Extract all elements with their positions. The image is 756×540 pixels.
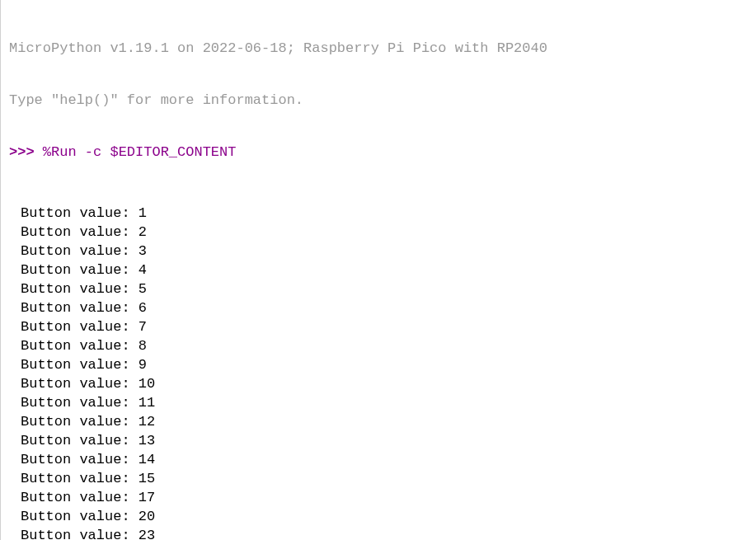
prompt-symbol: >>> — [9, 144, 43, 160]
output-line: Button value: 23 — [21, 526, 748, 540]
output-line: Button value: 15 — [21, 469, 748, 488]
output-line: Button value: 11 — [21, 393, 748, 412]
help-hint-line: Type "help()" for more information. — [9, 92, 748, 109]
micropython-version-line: MicroPython v1.19.1 on 2022-06-18; Raspb… — [9, 40, 748, 57]
output-line: Button value: 6 — [21, 298, 748, 317]
run-command: %Run -c $EDITOR_CONTENT — [43, 144, 237, 160]
program-output: Button value: 1Button value: 2Button val… — [21, 204, 748, 540]
output-line: Button value: 7 — [21, 317, 748, 336]
output-line: Button value: 13 — [21, 431, 748, 450]
output-line: Button value: 5 — [21, 279, 748, 298]
output-line: Button value: 3 — [21, 242, 748, 261]
output-line: Button value: 1 — [21, 204, 748, 223]
output-line: Button value: 20 — [21, 507, 748, 526]
output-line: Button value: 2 — [21, 223, 748, 242]
output-line: Button value: 10 — [21, 374, 748, 393]
output-line: Button value: 4 — [21, 261, 748, 279]
output-line: Button value: 9 — [21, 355, 748, 374]
output-line: Button value: 12 — [21, 412, 748, 431]
prompt-line: >>> %Run -c $EDITOR_CONTENT — [9, 143, 748, 161]
output-line: Button value: 14 — [21, 450, 748, 469]
output-line: Button value: 8 — [21, 336, 748, 355]
output-line: Button value: 17 — [21, 488, 748, 507]
repl-console[interactable]: MicroPython v1.19.1 on 2022-06-18; Raspb… — [9, 5, 748, 540]
